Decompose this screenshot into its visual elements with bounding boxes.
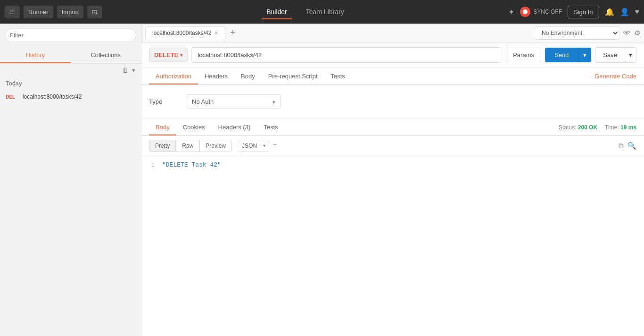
heart-button[interactable]: ♥ (635, 8, 640, 16)
tab-team-library-label: Team Library (306, 8, 344, 16)
import-button[interactable]: Import (57, 6, 84, 18)
status-label-text: Status: (559, 124, 576, 131)
env-eye-button[interactable]: 👁 (623, 29, 630, 37)
save-dropdown-button[interactable]: ▾ (625, 47, 636, 63)
req-tab-pre-request-label: Pre-request Script (268, 73, 318, 80)
sidebar: History Collections 🗑 ▾ Today DEL localh… (0, 24, 141, 336)
res-tab-cookies-label: Cookies (183, 124, 205, 131)
req-tab-headers[interactable]: Headers (198, 68, 234, 84)
nav-right: ✦ SYNC OFF Sign In 🔔 👤 ♥ (508, 6, 639, 18)
method-select[interactable]: DELETE ▾ (149, 48, 188, 62)
new-tab-icon: ⊡ (92, 8, 97, 16)
sidebar-tab-bar: History Collections (0, 47, 141, 64)
save-dropdown-icon: ▾ (629, 51, 632, 59)
response-action-buttons: ⧉ 🔍 (619, 142, 636, 150)
response-tabs-row: Body Cookies Headers (3) Tests Status: 2… (141, 119, 644, 136)
history-item[interactable]: DEL localhost:8000/tasks/42 (0, 91, 141, 103)
view-toggle-group: Pretty Raw Preview (149, 140, 232, 152)
res-tab-body[interactable]: Body (149, 119, 176, 135)
code-string-value: "DELETE Task 42" (162, 161, 221, 168)
send-dropdown-icon: ▾ (583, 51, 586, 59)
res-tab-headers-label: Headers (3) (218, 124, 251, 131)
generate-code-button[interactable]: Generate Code (594, 68, 636, 84)
nav-center-tabs: Builder Team Library (106, 5, 504, 18)
method-chevron-icon: ▾ (180, 52, 182, 58)
add-tab-icon: + (230, 28, 235, 37)
code-content: "DELETE Task 42" (160, 160, 644, 170)
send-button-group: Send ▾ (545, 48, 591, 62)
sort-button[interactable]: ▾ (130, 66, 137, 75)
res-tab-body-label: Body (156, 124, 170, 131)
url-input[interactable] (191, 47, 502, 63)
send-dropdown-button[interactable]: ▾ (578, 48, 591, 62)
method-badge: DEL (6, 94, 19, 100)
time-label: Time: 19 ms (605, 124, 636, 131)
sign-in-button[interactable]: Sign In (568, 6, 599, 18)
env-settings-button[interactable]: ⚙ (634, 29, 640, 37)
tab-team-library[interactable]: Team Library (301, 5, 349, 18)
main-content: localhost:8000/tasks/42 ✕ + No Environme… (141, 24, 644, 336)
request-tab-active[interactable]: localhost:8000/tasks/42 ✕ (145, 26, 225, 39)
view-pretty-label: Pretty (155, 143, 170, 149)
res-tab-cookies[interactable]: Cookies (176, 119, 212, 135)
type-label: Type (149, 98, 177, 105)
time-value: 19 ms (620, 124, 636, 131)
import-label: Import (62, 8, 79, 16)
sidebar-toolbar: 🗑 ▾ (0, 64, 141, 76)
req-tab-pre-request[interactable]: Pre-request Script (262, 68, 324, 84)
satellite-icon: ✦ (508, 8, 514, 17)
user-button[interactable]: 👤 (620, 8, 629, 17)
req-tab-authorization[interactable]: Authorization (149, 68, 198, 84)
tab-close-icon[interactable]: ✕ (214, 30, 218, 36)
save-label: Save (603, 51, 617, 59)
filter-input[interactable] (5, 28, 136, 42)
params-button[interactable]: Params (506, 48, 541, 62)
req-tab-tests[interactable]: Tests (324, 68, 351, 84)
req-tab-body[interactable]: Body (234, 68, 262, 84)
res-tab-tests[interactable]: Tests (257, 119, 284, 135)
view-preview-button[interactable]: Preview (199, 140, 232, 152)
environment-select[interactable]: No Environment (535, 26, 619, 40)
sign-in-label: Sign In (574, 8, 593, 16)
sidebar-search-area (0, 24, 141, 47)
response-status-bar: Status: 200 OK Time: 19 ms (559, 124, 636, 131)
section-today-label: Today (0, 76, 141, 91)
res-tab-headers[interactable]: Headers (3) (212, 119, 257, 135)
view-preview-label: Preview (206, 143, 226, 149)
auth-type-select[interactable]: No Auth (187, 94, 281, 109)
view-pretty-button[interactable]: Pretty (149, 140, 176, 152)
sync-button[interactable]: SYNC OFF (520, 7, 562, 17)
auth-section: Type No Auth (141, 85, 644, 119)
tab-bar: localhost:8000/tasks/42 ✕ + No Environme… (141, 24, 644, 42)
tab-builder[interactable]: Builder (262, 5, 292, 18)
search-response-button[interactable]: 🔍 (627, 142, 636, 150)
save-button[interactable]: Save (595, 47, 625, 63)
sidebar-icon: ☰ (9, 8, 15, 16)
trash-button[interactable]: 🗑 (120, 66, 130, 75)
params-label: Params (513, 51, 534, 59)
format-select[interactable]: JSON (238, 140, 269, 152)
tab-builder-label: Builder (266, 8, 287, 16)
new-tab-button[interactable]: ⊡ (87, 6, 102, 18)
sidebar-tab-collections-label: Collections (91, 51, 121, 59)
req-tab-headers-label: Headers (205, 73, 228, 80)
view-raw-button[interactable]: Raw (176, 140, 199, 152)
sidebar-tab-history[interactable]: History (0, 47, 71, 63)
copy-response-button[interactable]: ⧉ (619, 142, 624, 150)
request-tab-url: localhost:8000/tasks/42 (152, 30, 211, 36)
wrap-lines-icon[interactable]: ≡ (273, 142, 277, 150)
status-value: 200 OK (578, 124, 597, 131)
sync-label: SYNC OFF (533, 8, 562, 15)
type-select-wrapper: No Auth (187, 94, 281, 109)
add-tab-button[interactable]: + (227, 27, 238, 39)
sidebar-toggle-button[interactable]: ☰ (5, 6, 20, 18)
send-label: Send (554, 51, 569, 59)
code-area: 1 "DELETE Task 42" (141, 156, 644, 336)
top-nav: ☰ Runner Import ⊡ Builder Team Library ✦… (0, 0, 644, 24)
bell-button[interactable]: 🔔 (605, 8, 614, 17)
send-button[interactable]: Send (545, 48, 578, 62)
sidebar-tab-history-label: History (26, 51, 45, 59)
sidebar-tab-collections[interactable]: Collections (71, 47, 141, 63)
request-tabs: Authorization Headers Body Pre-request S… (141, 68, 644, 85)
runner-button[interactable]: Runner (24, 6, 53, 18)
